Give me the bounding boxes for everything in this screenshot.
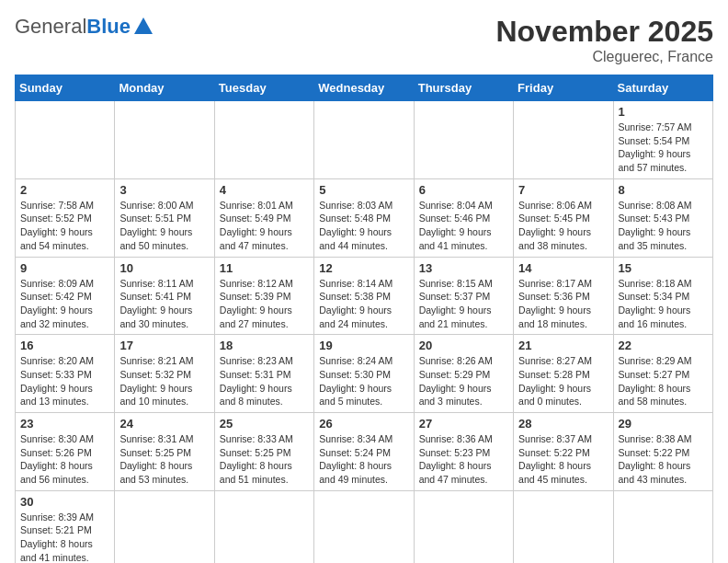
- calendar-header-saturday: Saturday: [613, 75, 712, 101]
- month-title: November 2025: [495, 15, 713, 49]
- calendar-cell: [314, 101, 414, 179]
- day-info: Sunrise: 8:18 AM Sunset: 5:34 PM Dayligh…: [619, 277, 708, 331]
- calendar-cell: [214, 101, 313, 179]
- day-number: 3: [119, 183, 209, 197]
- day-info: Sunrise: 8:14 AM Sunset: 5:38 PM Dayligh…: [319, 277, 408, 331]
- day-info: Sunrise: 8:11 AM Sunset: 5:41 PM Dayligh…: [119, 277, 209, 331]
- day-info: Sunrise: 8:24 AM Sunset: 5:30 PM Dayligh…: [319, 354, 408, 408]
- day-info: Sunrise: 8:01 AM Sunset: 5:49 PM Dayligh…: [220, 199, 309, 253]
- calendar-cell: 19Sunrise: 8:24 AM Sunset: 5:30 PM Dayli…: [314, 335, 414, 413]
- day-number: 10: [119, 261, 209, 275]
- calendar-cell: 23Sunrise: 8:30 AM Sunset: 5:26 PM Dayli…: [16, 413, 115, 491]
- calendar-cell: 26Sunrise: 8:34 AM Sunset: 5:24 PM Dayli…: [314, 413, 414, 491]
- day-info: Sunrise: 8:04 AM Sunset: 5:46 PM Dayligh…: [419, 199, 508, 253]
- calendar-cell: [115, 101, 214, 179]
- day-info: Sunrise: 8:39 AM Sunset: 5:21 PM Dayligh…: [20, 511, 109, 563]
- day-info: Sunrise: 8:09 AM Sunset: 5:42 PM Dayligh…: [20, 277, 109, 331]
- day-number: 16: [20, 339, 109, 352]
- calendar-cell: 10Sunrise: 8:11 AM Sunset: 5:41 PM Dayli…: [115, 257, 214, 335]
- calendar-cell: 29Sunrise: 8:38 AM Sunset: 5:22 PM Dayli…: [613, 413, 712, 491]
- day-number: 4: [220, 183, 309, 197]
- calendar-cell: 11Sunrise: 8:12 AM Sunset: 5:39 PM Dayli…: [214, 257, 313, 335]
- day-info: Sunrise: 8:17 AM Sunset: 5:36 PM Dayligh…: [518, 277, 608, 331]
- calendar-week-row: 1Sunrise: 7:57 AM Sunset: 5:54 PM Daylig…: [16, 101, 713, 179]
- calendar-cell: 30Sunrise: 8:39 AM Sunset: 5:21 PM Dayli…: [16, 490, 115, 563]
- day-info: Sunrise: 8:38 AM Sunset: 5:22 PM Dayligh…: [619, 432, 708, 487]
- calendar-week-row: 30Sunrise: 8:39 AM Sunset: 5:21 PM Dayli…: [16, 490, 713, 563]
- day-info: Sunrise: 7:58 AM Sunset: 5:52 PM Dayligh…: [20, 199, 109, 253]
- calendar-cell: [514, 101, 613, 179]
- calendar-cell: 24Sunrise: 8:31 AM Sunset: 5:25 PM Dayli…: [115, 413, 214, 491]
- day-number: 7: [518, 183, 608, 197]
- day-number: 6: [419, 183, 508, 197]
- calendar-cell: 7Sunrise: 8:06 AM Sunset: 5:45 PM Daylig…: [514, 178, 613, 257]
- logo-general-text: General: [15, 15, 86, 39]
- calendar-cell: 15Sunrise: 8:18 AM Sunset: 5:34 PM Dayli…: [613, 257, 712, 335]
- calendar-cell: 6Sunrise: 8:04 AM Sunset: 5:46 PM Daylig…: [414, 178, 513, 257]
- day-info: Sunrise: 8:23 AM Sunset: 5:31 PM Dayligh…: [220, 354, 309, 408]
- calendar-cell: [613, 490, 712, 563]
- calendar-cell: [414, 490, 513, 563]
- calendar-cell: 16Sunrise: 8:20 AM Sunset: 5:33 PM Dayli…: [16, 335, 115, 413]
- calendar-cell: 12Sunrise: 8:14 AM Sunset: 5:38 PM Dayli…: [314, 257, 414, 335]
- day-info: Sunrise: 8:21 AM Sunset: 5:32 PM Dayligh…: [119, 354, 209, 408]
- day-number: 14: [518, 261, 608, 275]
- calendar-cell: 1Sunrise: 7:57 AM Sunset: 5:54 PM Daylig…: [613, 101, 712, 179]
- day-number: 28: [518, 417, 608, 431]
- day-number: 21: [518, 339, 608, 352]
- day-info: Sunrise: 8:20 AM Sunset: 5:33 PM Dayligh…: [20, 354, 109, 408]
- calendar-cell: 21Sunrise: 8:27 AM Sunset: 5:28 PM Dayli…: [514, 335, 613, 413]
- day-info: Sunrise: 8:27 AM Sunset: 5:28 PM Dayligh…: [518, 354, 608, 408]
- logo-triangle-icon: [134, 17, 153, 34]
- calendar-cell: 25Sunrise: 8:33 AM Sunset: 5:25 PM Dayli…: [214, 413, 313, 491]
- calendar-cell: 22Sunrise: 8:29 AM Sunset: 5:27 PM Dayli…: [613, 335, 712, 413]
- calendar-cell: 13Sunrise: 8:15 AM Sunset: 5:37 PM Dayli…: [414, 257, 513, 335]
- calendar-cell: [115, 490, 214, 563]
- calendar-cell: 8Sunrise: 8:08 AM Sunset: 5:43 PM Daylig…: [613, 178, 712, 257]
- day-info: Sunrise: 8:34 AM Sunset: 5:24 PM Dayligh…: [319, 432, 408, 487]
- day-info: Sunrise: 8:06 AM Sunset: 5:45 PM Dayligh…: [518, 199, 608, 253]
- calendar-cell: [414, 101, 513, 179]
- day-number: 24: [119, 417, 209, 431]
- day-number: 18: [220, 339, 309, 352]
- day-number: 2: [20, 183, 109, 197]
- calendar-cell: 17Sunrise: 8:21 AM Sunset: 5:32 PM Dayli…: [115, 335, 214, 413]
- day-number: 29: [619, 417, 708, 431]
- day-info: Sunrise: 8:37 AM Sunset: 5:22 PM Dayligh…: [518, 432, 608, 487]
- calendar-cell: [16, 101, 115, 179]
- day-number: 1: [619, 105, 708, 119]
- day-info: Sunrise: 8:15 AM Sunset: 5:37 PM Dayligh…: [419, 277, 508, 331]
- day-number: 11: [220, 261, 309, 275]
- day-number: 5: [319, 183, 408, 197]
- day-info: Sunrise: 8:33 AM Sunset: 5:25 PM Dayligh…: [220, 432, 309, 487]
- day-info: Sunrise: 8:30 AM Sunset: 5:26 PM Dayligh…: [20, 432, 109, 487]
- calendar-cell: [214, 490, 313, 563]
- day-info: Sunrise: 7:57 AM Sunset: 5:54 PM Dayligh…: [619, 121, 708, 175]
- day-info: Sunrise: 8:36 AM Sunset: 5:23 PM Dayligh…: [419, 432, 508, 487]
- calendar-cell: 14Sunrise: 8:17 AM Sunset: 5:36 PM Dayli…: [514, 257, 613, 335]
- logo: General Blue: [15, 15, 153, 39]
- day-info: Sunrise: 8:08 AM Sunset: 5:43 PM Dayligh…: [619, 199, 708, 253]
- calendar-week-row: 2Sunrise: 7:58 AM Sunset: 5:52 PM Daylig…: [16, 178, 713, 257]
- calendar-cell: 9Sunrise: 8:09 AM Sunset: 5:42 PM Daylig…: [16, 257, 115, 335]
- calendar-header-wednesday: Wednesday: [314, 75, 414, 101]
- calendar-header-thursday: Thursday: [414, 75, 513, 101]
- day-number: 17: [119, 339, 209, 352]
- title-section: November 2025 Cleguerec, France: [495, 15, 713, 65]
- day-number: 12: [319, 261, 408, 275]
- calendar-cell: 4Sunrise: 8:01 AM Sunset: 5:49 PM Daylig…: [214, 178, 313, 257]
- calendar-week-row: 9Sunrise: 8:09 AM Sunset: 5:42 PM Daylig…: [16, 257, 713, 335]
- calendar-header-sunday: Sunday: [16, 75, 115, 101]
- calendar-cell: 3Sunrise: 8:00 AM Sunset: 5:51 PM Daylig…: [115, 178, 214, 257]
- day-info: Sunrise: 8:26 AM Sunset: 5:29 PM Dayligh…: [419, 354, 508, 408]
- calendar-week-row: 16Sunrise: 8:20 AM Sunset: 5:33 PM Dayli…: [16, 335, 713, 413]
- calendar-cell: [314, 490, 414, 563]
- calendar-header-tuesday: Tuesday: [214, 75, 313, 101]
- day-number: 13: [419, 261, 508, 275]
- day-info: Sunrise: 8:00 AM Sunset: 5:51 PM Dayligh…: [119, 199, 209, 253]
- calendar-table: SundayMondayTuesdayWednesdayThursdayFrid…: [15, 75, 713, 563]
- calendar-header-row: SundayMondayTuesdayWednesdayThursdayFrid…: [16, 75, 713, 101]
- day-number: 26: [319, 417, 408, 431]
- day-number: 25: [220, 417, 309, 431]
- day-info: Sunrise: 8:29 AM Sunset: 5:27 PM Dayligh…: [619, 354, 708, 408]
